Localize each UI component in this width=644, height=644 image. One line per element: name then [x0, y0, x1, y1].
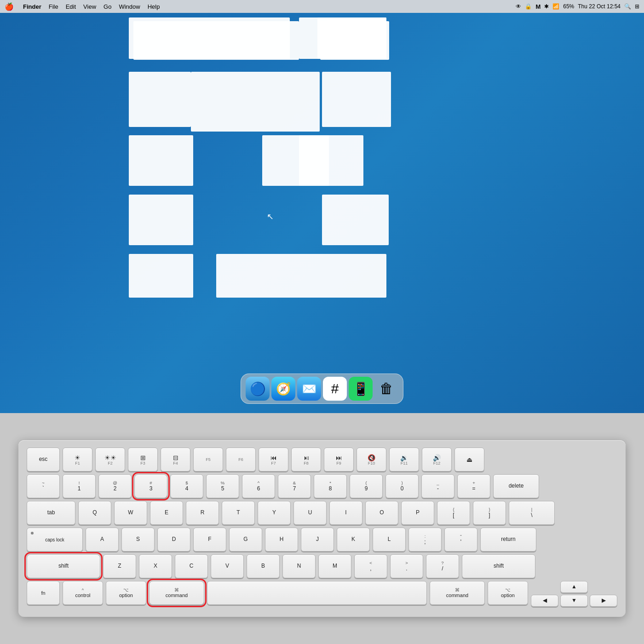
- key-f11[interactable]: 🔉 F11: [389, 448, 419, 472]
- key-shift-left[interactable]: shift: [27, 554, 100, 578]
- key-fn[interactable]: fn: [27, 581, 60, 605]
- key-delete[interactable]: delete: [493, 474, 539, 498]
- key-option-left[interactable]: ⌥ option: [106, 581, 146, 605]
- key-5[interactable]: % 5: [206, 474, 239, 498]
- key-f3[interactable]: ⊞ F3: [128, 448, 158, 472]
- menu-view[interactable]: View: [83, 3, 96, 10]
- key-f7[interactable]: ⏮ F7: [259, 448, 288, 472]
- key-e[interactable]: E: [150, 501, 183, 525]
- key-f4[interactable]: ⊟ F4: [161, 448, 190, 472]
- key-arrow-right[interactable]: ▶: [590, 595, 617, 607]
- apple-menu[interactable]: 🍎: [5, 2, 14, 11]
- key-f8[interactable]: ⏯ F8: [291, 448, 321, 472]
- status-icon-vpn[interactable]: 🔒: [525, 3, 532, 10]
- key-8[interactable]: * 8: [314, 474, 347, 498]
- key-esc[interactable]: esc: [27, 448, 60, 472]
- dock-mail[interactable]: ✉️: [297, 377, 321, 401]
- key-z[interactable]: Z: [103, 554, 136, 578]
- key-g[interactable]: G: [229, 528, 262, 552]
- key-option-right[interactable]: ⌥ option: [488, 581, 528, 605]
- key-close-bracket[interactable]: } ]: [473, 501, 506, 525]
- dock-safari[interactable]: 🧭: [271, 377, 295, 401]
- key-o[interactable]: O: [365, 501, 398, 525]
- key-7[interactable]: & 7: [278, 474, 311, 498]
- key-control[interactable]: ^ control: [63, 581, 103, 605]
- control-center-icon[interactable]: ⊞: [635, 3, 639, 10]
- key-u[interactable]: U: [293, 501, 327, 525]
- key-space[interactable]: [207, 581, 427, 605]
- key-caps-lock[interactable]: caps lock: [27, 528, 83, 552]
- status-icon-eye[interactable]: 👁: [516, 3, 521, 10]
- key-t[interactable]: T: [222, 501, 255, 525]
- key-f9[interactable]: ⏭ F9: [324, 448, 354, 472]
- key-arrow-up[interactable]: ▲: [560, 581, 588, 593]
- key-f12[interactable]: 🔊 F12: [422, 448, 452, 472]
- key-f[interactable]: F: [193, 528, 226, 552]
- key-f10[interactable]: 🔇 F10: [356, 448, 386, 472]
- menu-window[interactable]: Window: [119, 3, 140, 10]
- status-icon-m[interactable]: M: [535, 3, 540, 10]
- key-shift-right[interactable]: shift: [462, 554, 535, 578]
- search-icon[interactable]: 🔍: [624, 3, 631, 10]
- key-c[interactable]: C: [175, 554, 208, 578]
- key-quote[interactable]: " ': [444, 528, 477, 552]
- key-j[interactable]: J: [301, 528, 334, 552]
- key-v[interactable]: V: [211, 554, 244, 578]
- key-backtick[interactable]: ~ `: [27, 474, 60, 498]
- key-q[interactable]: Q: [78, 501, 111, 525]
- key-period[interactable]: > .: [390, 554, 423, 578]
- key-f5[interactable]: F5: [193, 448, 223, 472]
- key-6[interactable]: ^ 6: [242, 474, 275, 498]
- number-row: ~ ` ! 1 @ 2 # 3 $ 4 % 5: [27, 474, 617, 498]
- key-b[interactable]: B: [247, 554, 280, 578]
- key-r[interactable]: R: [186, 501, 219, 525]
- key-9[interactable]: ( 9: [350, 474, 383, 498]
- menu-edit[interactable]: Edit: [66, 3, 76, 10]
- dock-finder[interactable]: 🔵: [246, 377, 270, 401]
- key-command-left[interactable]: ⌘ command: [149, 581, 204, 605]
- key-1[interactable]: ! 1: [63, 474, 96, 498]
- key-arrow-left[interactable]: ◀: [531, 595, 558, 607]
- key-m[interactable]: M: [318, 554, 351, 578]
- key-arrow-down[interactable]: ▼: [560, 595, 588, 607]
- menu-go[interactable]: Go: [104, 3, 111, 10]
- dock-slack[interactable]: #: [323, 377, 347, 401]
- key-f1[interactable]: ☀ F1: [63, 448, 92, 472]
- key-command-right[interactable]: ⌘ command: [430, 581, 485, 605]
- key-open-bracket[interactable]: { [: [437, 501, 470, 525]
- dock-whatsapp[interactable]: 📱: [349, 377, 373, 401]
- key-0[interactable]: ) 0: [385, 474, 419, 498]
- dock-trash[interactable]: 🗑: [374, 377, 398, 401]
- status-icon-bluetooth[interactable]: ✱: [544, 3, 549, 10]
- key-i[interactable]: I: [329, 501, 362, 525]
- key-y[interactable]: Y: [258, 501, 291, 525]
- key-comma[interactable]: < ,: [354, 554, 387, 578]
- key-p[interactable]: P: [401, 501, 434, 525]
- key-w[interactable]: W: [114, 501, 147, 525]
- key-eject[interactable]: ⏏: [454, 448, 484, 472]
- menu-finder[interactable]: Finder: [23, 3, 41, 10]
- key-k[interactable]: K: [337, 528, 370, 552]
- key-equals[interactable]: + =: [457, 474, 490, 498]
- key-tab[interactable]: tab: [27, 501, 75, 525]
- key-3[interactable]: # 3: [134, 474, 167, 498]
- key-f6[interactable]: F6: [226, 448, 256, 472]
- menu-help[interactable]: Help: [148, 3, 160, 10]
- key-d[interactable]: D: [157, 528, 190, 552]
- key-semicolon[interactable]: : ;: [408, 528, 442, 552]
- key-l[interactable]: L: [373, 528, 406, 552]
- key-2[interactable]: @ 2: [98, 474, 132, 498]
- status-icon-wifi[interactable]: 📶: [552, 3, 559, 10]
- key-x[interactable]: X: [139, 554, 172, 578]
- key-n[interactable]: N: [282, 554, 316, 578]
- key-backslash[interactable]: | \: [509, 501, 555, 525]
- key-slash[interactable]: ? /: [426, 554, 459, 578]
- key-h[interactable]: H: [265, 528, 298, 552]
- menu-file[interactable]: File: [49, 3, 58, 10]
- key-minus[interactable]: _ -: [421, 474, 454, 498]
- key-s[interactable]: S: [121, 528, 155, 552]
- key-4[interactable]: $ 4: [170, 474, 203, 498]
- key-return[interactable]: return: [480, 528, 536, 552]
- key-f2[interactable]: ☀☀ F2: [95, 448, 125, 472]
- key-a[interactable]: A: [86, 528, 119, 552]
